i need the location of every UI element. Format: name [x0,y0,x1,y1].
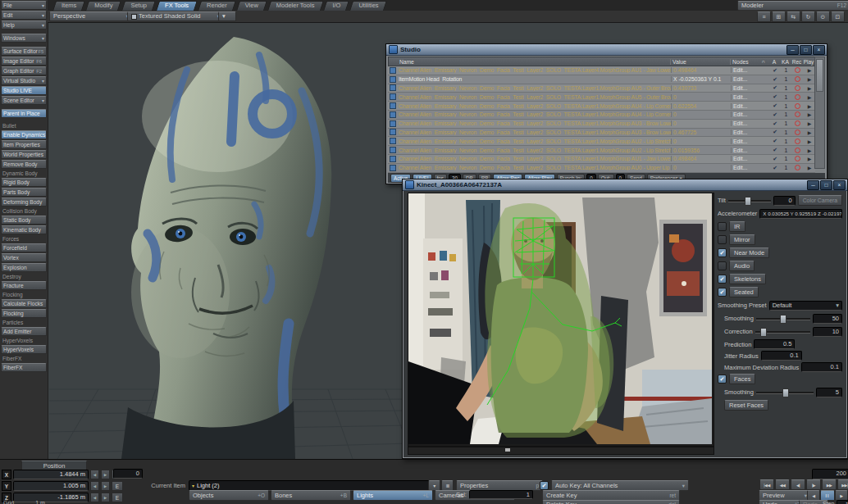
sidebar-item[interactable]: Item Properties [1,140,47,149]
toggle-label-button[interactable]: Mirror [729,234,755,245]
sidebar-item[interactable]: Virtual Studio ▾ [1,76,47,85]
play-toggle[interactable]: ▶ [804,129,815,135]
video-scrollbar[interactable] [408,447,714,455]
value-field[interactable]: 0.1 [801,362,842,372]
axis-value-field[interactable]: 1.005 m [13,481,89,491]
menu-tab[interactable]: Modeler Tools [267,0,324,11]
play-toggle[interactable]: ▶ [804,138,815,144]
menu-tab[interactable]: Modify [85,0,121,11]
play-toggle[interactable]: ▶ [804,94,815,100]
menu-tab[interactable]: I/O [323,0,349,11]
value-field[interactable]: 0.1 [761,351,802,361]
toggle-label-button[interactable]: Audio [729,261,755,271]
smoothing-preset-dropdown[interactable]: Default ▾ [769,301,842,311]
modeler-button[interactable]: Modeler F12 [737,1,848,11]
sidebar-item[interactable]: Parent in Place [1,109,47,118]
play-toggle[interactable]: ▶ [804,103,815,109]
faces-smoothing-slider[interactable] [756,388,814,396]
edit-nodes-button[interactable]: Edit... [731,156,759,161]
edit-nodes-button[interactable]: Edit... [731,67,759,73]
record-toggle[interactable] [791,120,804,126]
menu-tab[interactable]: Setup [121,0,156,11]
sidebar-item[interactable]: Bullet [1,122,47,129]
active-checkmark[interactable]: ✔ [769,93,781,100]
sidebar-item[interactable]: Forces [1,235,47,243]
viewport-nav-icon[interactable]: ↻ [801,11,815,22]
viewport-nav-icon[interactable]: ⇆ [786,11,800,22]
color-camera-button[interactable]: Color Camera [798,195,842,206]
start-frame-field[interactable]: 0 [113,469,143,479]
sidebar-item[interactable]: Parts Body [1,188,47,197]
sidebar-item[interactable]: Dynamic Body [1,170,47,177]
slider[interactable] [756,315,810,322]
checkbox[interactable] [718,235,727,244]
transport-button[interactable]: |▶ [806,479,821,490]
record-toggle[interactable] [791,103,804,109]
edit-nodes-button[interactable]: Edit... [731,120,759,126]
record-toggle[interactable] [791,76,804,82]
sidebar-item[interactable]: World Properties [1,150,47,159]
item-type-button[interactable]: Lights +L [353,490,433,501]
spin-left-icon[interactable]: ◀ [90,481,99,491]
checkbox[interactable]: ✔ [718,248,727,257]
sidebar-item[interactable]: Add Emitter [1,327,47,336]
end-frame-field[interactable]: 200 [812,469,848,479]
sidebar-item[interactable]: Flocking [1,309,47,318]
maximize-button[interactable]: □ [820,180,832,190]
menu-tab[interactable]: View [236,0,267,11]
sidebar-item[interactable]: Image Editor F6 [1,57,47,66]
channel-row[interactable]: Channel Alien_Emissary_Nevron_Demo_Facia… [388,111,815,120]
edit-nodes-button[interactable]: Edit... [731,103,759,109]
toggle-label-button[interactable]: Skeletons [729,274,766,284]
sidebar-item[interactable] [1,30,47,33]
menu-tab[interactable]: Items [52,0,85,11]
close-button[interactable]: × [813,45,825,55]
sidebar-item[interactable]: Scene Editor ▾ [1,96,47,105]
tilt-value-field[interactable]: 0 [773,196,796,206]
channel-row[interactable]: Channel Alien_Emissary_Nevron_Demo_Facia… [388,93,815,102]
spin-left-icon[interactable]: ◀ [90,493,99,502]
envelope-button[interactable]: E [112,481,123,491]
sidebar-item[interactable]: FiberFX [1,363,47,372]
faces-checkbox[interactable]: ✔ [718,375,727,384]
sidebar-item[interactable]: Windows ▾ [1,34,47,43]
faces-smoothing-value[interactable]: 5 [816,388,842,397]
sidebar-item[interactable]: Calculate Flocks [1,299,47,308]
sidebar-item[interactable]: Collision Body [1,207,47,215]
play-toggle[interactable]: ▶ [804,111,815,117]
envelope-button[interactable]: E [112,493,123,502]
faces-label-button[interactable]: Faces [729,374,755,384]
channel-row[interactable]: Channel Alien_Emissary_Nevron_Demo_Facia… [388,129,815,138]
transport-button[interactable]: ◀| [791,479,805,490]
record-toggle[interactable] [791,129,804,135]
channel-row[interactable]: Channel Alien_Emissary_Nevron_Demo_Facia… [388,120,815,129]
channel-row[interactable]: Channel Alien_Emissary_Nevron_Demo_Facia… [388,164,815,173]
channel-row[interactable]: Channel Alien_Emissary_Nevron_Demo_Facia… [388,146,815,155]
active-checkmark[interactable]: ✔ [769,111,781,118]
channel-row[interactable]: Channel Alien_Emissary_Nevron_Demo_Facia… [388,66,815,75]
spin-left-icon[interactable]: ◀ [90,470,99,479]
maximize-button[interactable]: □ [800,45,812,55]
axis-value-field[interactable]: 1.4844 m [13,470,89,479]
active-checkmark[interactable]: ✔ [769,138,781,144]
sidebar-item[interactable]: Vortex [1,253,47,262]
play-toggle[interactable]: ▶ [804,120,815,126]
spin-right-icon[interactable]: ▶ [101,470,110,479]
sidebar-item[interactable]: Static Body [1,216,47,225]
tilt-slider[interactable] [728,197,771,204]
active-checkmark[interactable]: ✔ [769,120,781,127]
active-checkmark[interactable]: ✔ [769,129,781,135]
edit-nodes-button[interactable]: Edit... [731,111,759,117]
slider-handle[interactable] [780,315,786,324]
sidebar-item[interactable]: Destroy [1,273,47,280]
play-toggle[interactable]: ▶ [804,148,815,153]
record-toggle[interactable] [791,148,804,153]
record-toggle[interactable] [791,85,804,91]
sidebar-item[interactable]: Particles [1,319,47,326]
edit-nodes-button[interactable]: Edit... [731,165,759,170]
transport-button[interactable]: |◀◀ [759,479,774,490]
edit-nodes-button[interactable]: Edit... [731,76,759,82]
record-toggle[interactable] [791,156,804,161]
item-type-button[interactable]: Objects +O [189,490,269,501]
undo-button[interactable]: Undo ^Z [759,500,805,504]
